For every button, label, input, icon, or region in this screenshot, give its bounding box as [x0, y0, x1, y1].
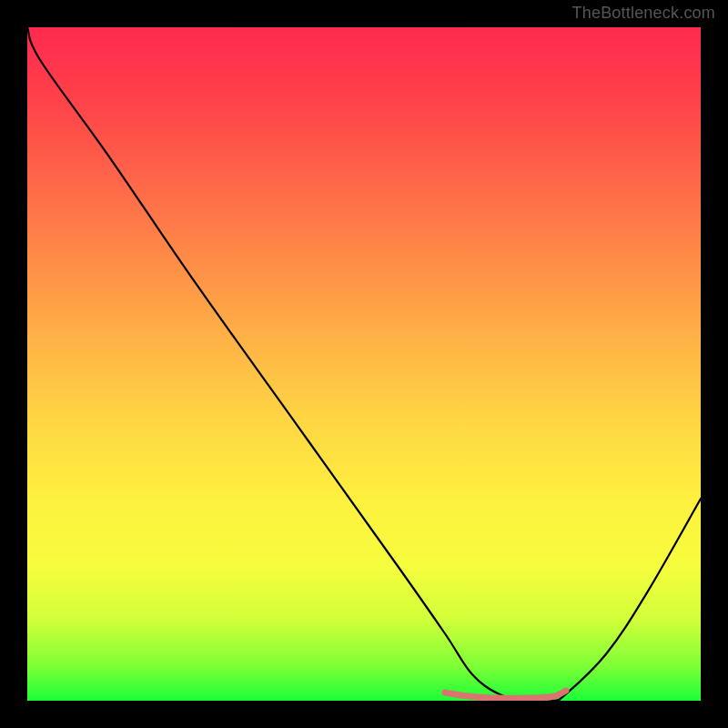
- bottleneck-curve: [27, 27, 701, 701]
- plot-area: [27, 27, 701, 701]
- chart-container: TheBottleneck.com: [0, 0, 728, 728]
- attribution-text: TheBottleneck.com: [572, 4, 715, 23]
- curve-svg: [27, 27, 701, 701]
- flat-minimum-highlight: [445, 691, 566, 698]
